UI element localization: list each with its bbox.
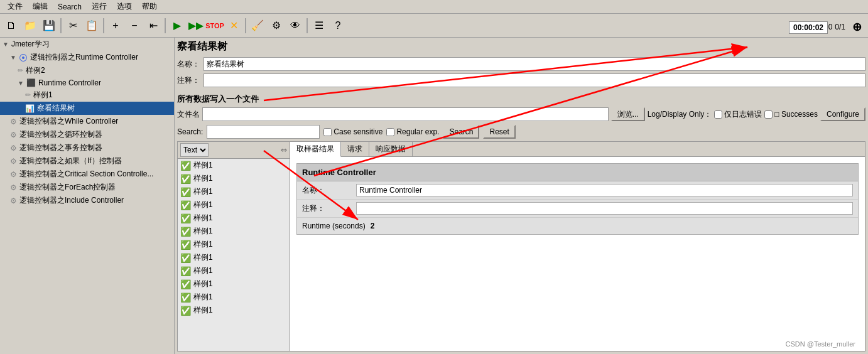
include-icon: ⚙ [10, 196, 17, 205]
success-icon-8: ✅ [180, 253, 191, 263]
list-item[interactable]: ✅ 样例1 [178, 291, 290, 304]
nav-button[interactable]: ⇤ [144, 17, 162, 35]
file-input[interactable] [202, 107, 609, 121]
eye-button[interactable]: 👁 [286, 17, 304, 35]
tree-item-sample1-label: 样例1 [33, 90, 53, 100]
name-input[interactable] [203, 57, 865, 71]
stop-button[interactable]: STOP [206, 17, 224, 35]
menubar: 文件 编辑 Search 运行 选项 帮助 [0, 0, 868, 14]
tree-item-sample2[interactable]: ✏ 样例2 [0, 64, 174, 77]
save-button[interactable]: 💾 [40, 17, 58, 35]
tree-item-sample1[interactable]: ✏ 样例1 [0, 88, 174, 102]
stop2-button[interactable]: ✕ [225, 17, 242, 35]
menu-search[interactable]: Search [53, 1, 87, 13]
list-item[interactable]: ✅ 样例1 [178, 251, 290, 264]
comment-label: 注释： [177, 75, 200, 86]
sep1 [60, 18, 62, 33]
tab-request[interactable]: 请求 [341, 142, 369, 156]
tab-response-data[interactable]: 响应数据 [369, 142, 413, 156]
tree-item-include[interactable]: ⚙ 逻辑控制器之Include Controller [0, 194, 174, 207]
success-icon-3: ✅ [180, 187, 191, 197]
regex-checkbox[interactable] [386, 128, 394, 136]
list-item[interactable]: ✅ 样例1 [178, 238, 290, 251]
transaction-icon: ⚙ [10, 144, 17, 153]
run-button[interactable]: ▶ [168, 17, 186, 35]
list-item[interactable]: ✅ 样例1 [178, 212, 290, 225]
open-button[interactable]: 📁 [21, 17, 39, 35]
text-dropdown[interactable]: Text [180, 143, 209, 157]
tree-item-critical[interactable]: ⚙ 逻辑控制器之Critical Section Controlle... [0, 168, 174, 181]
collapse-button[interactable]: − [126, 17, 143, 35]
resize-handle[interactable]: ⇔ [281, 146, 287, 154]
help-button[interactable]: ? [329, 17, 347, 35]
tree-item-foreach[interactable]: ⚙ 逻辑控制器之ForEach控制器 [0, 181, 174, 194]
success-icon-7: ✅ [180, 240, 191, 250]
errors-checkbox-label[interactable]: 仅日志错误 [714, 109, 762, 120]
watermark: CSDN @Tester_muller [786, 340, 855, 348]
tree-item-foreach-label: 逻辑控制器之ForEach控制器 [19, 182, 116, 193]
expand-button[interactable]: + [107, 17, 124, 35]
list-item[interactable]: ✅ 样例1 [178, 225, 290, 238]
sample-label-6: 样例1 [193, 226, 213, 237]
tree-item-runtime-controller[interactable]: ▼ ⦿ 逻辑控制器之Runtime Controller [0, 51, 174, 64]
configure-button[interactable]: Configure [820, 107, 865, 121]
case-sensitive-checkbox[interactable] [323, 128, 332, 136]
info-name-label: 名称： [302, 185, 352, 196]
list-item[interactable]: ✅ 样例1 [178, 172, 290, 185]
tree-item-if[interactable]: ⚙ 逻辑控制器之如果（If）控制器 [0, 154, 174, 168]
tree-item-runtime-node[interactable]: ▼ ⬛ Runtime Controller [0, 77, 174, 88]
menu-edit[interactable]: 编辑 [28, 0, 53, 13]
right-panel: 察看结果树 名称： 注释： 所有数据写入一个文件 文件名 浏览... Log/D… [175, 38, 868, 354]
content-panel: 察看结果树 名称： 注释： 所有数据写入一个文件 文件名 浏览... Log/D… [175, 38, 868, 354]
comment-row: 注释： [177, 73, 865, 87]
search-input[interactable] [207, 125, 320, 139]
successes-checkbox[interactable] [764, 110, 773, 119]
critical-icon: ⚙ [10, 170, 17, 179]
settings-button[interactable]: ⚙ [268, 17, 285, 35]
tree-root-label: Jmeter学习 [11, 39, 50, 50]
tree-root[interactable]: ▼ Jmeter学习 [0, 38, 174, 51]
list-item[interactable]: ✅ 样例1 [178, 264, 290, 277]
reset-button[interactable]: Reset [483, 125, 515, 139]
case-sensitive-text: Case sensitive [334, 127, 382, 136]
tree-item-critical-label: 逻辑控制器之Critical Section Controlle... [19, 169, 153, 180]
errors-label: 仅日志错误 [724, 109, 762, 120]
list-item[interactable]: ✅ 样例1 [178, 185, 290, 198]
ratio-button[interactable]: ⊕ [848, 18, 865, 36]
tree-item-view-results[interactable]: 📊 察看结果树 [0, 102, 174, 115]
success-icon-9: ✅ [180, 266, 191, 276]
errors-checkbox[interactable] [714, 110, 722, 119]
success-icon-5: ✅ [180, 213, 191, 223]
menu-file[interactable]: 文件 [3, 0, 28, 13]
search-button[interactable]: Search [443, 125, 479, 139]
regex-label[interactable]: Regular exp. [386, 127, 439, 136]
run-all-button[interactable]: ▶▶ [187, 17, 205, 35]
info-name-input[interactable] [356, 184, 853, 196]
list-item[interactable]: ✅ 样例1 [178, 198, 290, 212]
info-comment-input[interactable] [356, 202, 853, 215]
menu-run[interactable]: 运行 [87, 0, 112, 13]
success-icon-4: ✅ [180, 200, 191, 210]
case-sensitive-label[interactable]: Case sensitive [323, 127, 382, 136]
search-label: Search: [177, 127, 203, 136]
list-item[interactable]: ✅ 样例1 [178, 277, 290, 291]
tree-item-while[interactable]: ⚙ 逻辑控制器之While Controller [0, 115, 174, 128]
list-item[interactable]: ✅ 样例1 [178, 304, 290, 317]
list-button[interactable]: ☰ [310, 17, 328, 35]
list-item[interactable]: ✅ 样例1 [178, 159, 290, 172]
broom-button[interactable]: 🧹 [249, 17, 266, 35]
copy-button[interactable]: 📋 [83, 17, 100, 35]
foreach-icon: ⚙ [10, 183, 17, 192]
tree-item-if-label: 逻辑控制器之如果（If）控制器 [19, 156, 122, 166]
menu-options[interactable]: 选项 [112, 0, 137, 13]
cut-button[interactable]: ✂ [64, 17, 82, 35]
browse-button[interactable]: 浏览... [611, 107, 645, 121]
tree-item-loop[interactable]: ⚙ 逻辑控制器之循环控制器 [0, 128, 174, 141]
menu-help[interactable]: 帮助 [137, 0, 162, 13]
comment-input[interactable] [203, 73, 865, 87]
successes-checkbox-label[interactable]: □ Successes [764, 110, 818, 119]
success-icon-10: ✅ [180, 279, 191, 289]
tree-item-transaction[interactable]: ⚙ 逻辑控制器之事务控制器 [0, 141, 174, 154]
new-button[interactable]: 🗋 [3, 17, 20, 35]
tab-sampler-result[interactable]: 取样器结果 [290, 142, 341, 157]
